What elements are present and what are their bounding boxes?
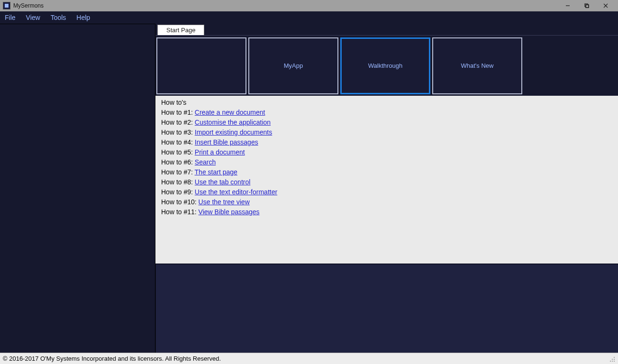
menu-help[interactable]: Help xyxy=(76,14,90,21)
howto-prefix: How to #7: xyxy=(161,168,195,176)
howto-link[interactable]: Use the tree view xyxy=(199,198,250,206)
app-icon xyxy=(3,2,10,9)
howto-prefix: How to #10: xyxy=(161,198,199,206)
menu-file[interactable]: File xyxy=(5,14,16,21)
howto-link[interactable]: Search xyxy=(195,158,216,166)
card-walkthrough[interactable]: Walkthrough xyxy=(340,37,430,94)
howto-prefix: How to #8: xyxy=(161,178,195,186)
howto-panel: How to's How to #1: Create a new documen… xyxy=(155,96,618,264)
card-myapp[interactable]: MyApp xyxy=(248,37,338,94)
svg-point-12 xyxy=(614,361,615,362)
card-label: What's New xyxy=(461,62,494,69)
howto-heading: How to's xyxy=(161,99,612,106)
resize-grip-icon[interactable] xyxy=(609,355,615,362)
tab-start-page[interactable]: Start Page xyxy=(157,25,204,35)
status-text: © 2016-2017 O'My Systems Incorporated an… xyxy=(3,355,221,362)
howto-link[interactable]: The start page xyxy=(195,168,237,176)
howto-row: How to #8: Use the tab control xyxy=(161,178,612,186)
svg-rect-0 xyxy=(5,4,9,8)
howto-prefix: How to #4: xyxy=(161,138,195,146)
main-area: Start Page MyApp Walkthrough What's New … xyxy=(0,24,618,353)
howto-link[interactable]: Insert Bible passages xyxy=(195,138,258,146)
howto-link[interactable]: Import existing documents xyxy=(195,128,272,136)
sidebar-tree[interactable] xyxy=(0,24,155,353)
title-bar: MySermons xyxy=(0,0,618,11)
howto-prefix: How to #11: xyxy=(161,208,199,216)
howto-prefix: How to #3: xyxy=(161,128,195,136)
svg-point-10 xyxy=(610,361,611,362)
howto-row: How to #1: Create a new document xyxy=(161,109,612,116)
svg-point-7 xyxy=(614,357,615,358)
howto-prefix: How to #9: xyxy=(161,188,195,196)
howto-row: How to #5: Print a document xyxy=(161,148,612,156)
close-button[interactable] xyxy=(596,0,615,11)
howto-row: How to #3: Import existing documents xyxy=(161,128,612,136)
howto-row: How to #7: The start page xyxy=(161,168,612,176)
howto-link[interactable]: View Bible passages xyxy=(199,208,260,216)
howto-prefix: How to #2: xyxy=(161,118,195,126)
tab-strip: Start Page xyxy=(155,24,618,35)
howto-row: How to #2: Customise the application xyxy=(161,118,612,126)
menu-tools[interactable]: Tools xyxy=(51,14,66,21)
menu-bar: File View Tools Help xyxy=(0,11,618,24)
card-whats-new[interactable]: What's New xyxy=(432,37,522,94)
lower-panel xyxy=(155,264,618,353)
howto-row: How to #6: Search xyxy=(161,158,612,166)
howto-prefix: How to #1: xyxy=(161,109,195,116)
card-empty[interactable] xyxy=(156,37,246,94)
content-area: Start Page MyApp Walkthrough What's New … xyxy=(155,24,618,353)
svg-rect-3 xyxy=(586,5,589,8)
card-label: Walkthrough xyxy=(368,62,403,69)
howto-row: How to #10: Use the tree view xyxy=(161,198,612,206)
card-label: MyApp xyxy=(284,62,303,69)
window-title: MySermons xyxy=(13,2,44,9)
menu-view[interactable]: View xyxy=(26,14,40,21)
maximize-button[interactable] xyxy=(577,0,596,11)
howto-link[interactable]: Use the text editor-formatter xyxy=(195,188,277,196)
howto-prefix: How to #6: xyxy=(161,158,195,166)
howto-link[interactable]: Create a new document xyxy=(195,109,265,116)
svg-point-9 xyxy=(614,359,615,360)
status-bar: © 2016-2017 O'My Systems Incorporated an… xyxy=(0,353,618,364)
howto-link[interactable]: Print a document xyxy=(195,148,245,156)
card-row: MyApp Walkthrough What's New xyxy=(155,35,618,96)
svg-point-11 xyxy=(612,361,613,362)
howto-prefix: How to #5: xyxy=(161,148,195,156)
howto-row: How to #11: View Bible passages xyxy=(161,208,612,216)
minimize-button[interactable] xyxy=(558,0,577,11)
svg-point-8 xyxy=(612,359,613,360)
howto-row: How to #4: Insert Bible passages xyxy=(161,138,612,146)
howto-link[interactable]: Customise the application xyxy=(195,118,271,126)
howto-row: How to #9: Use the text editor-formatter xyxy=(161,188,612,196)
howto-link[interactable]: Use the tab control xyxy=(195,178,251,186)
